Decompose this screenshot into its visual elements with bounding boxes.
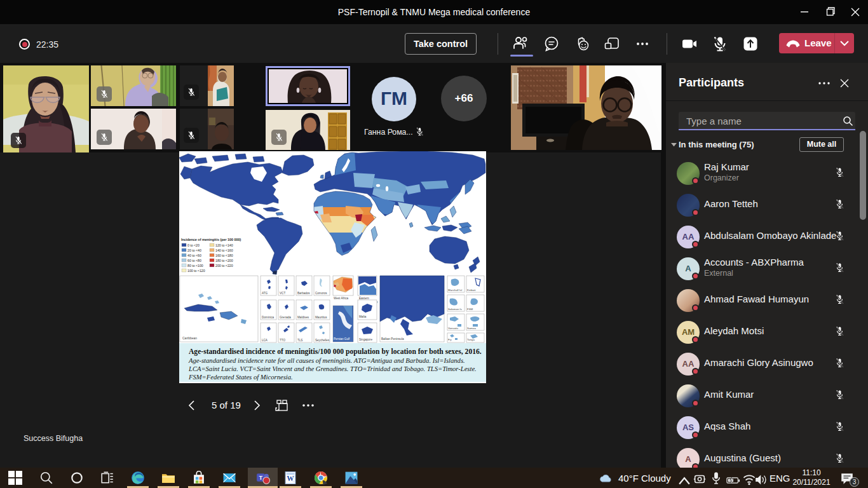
svg-text:200 to <220: 200 to <220 [215, 264, 233, 268]
svg-text:Tonga: Tonga [467, 338, 475, 341]
svg-text:Maldives: Maldives [297, 316, 309, 319]
svg-text:0 to <20: 0 to <20 [187, 243, 200, 247]
svg-text:Mauritius: Mauritius [315, 316, 327, 319]
svg-text:Solomon Is: Solomon Is [448, 308, 463, 311]
svg-text:160 to <180: 160 to <180 [215, 254, 233, 257]
svg-text:Caribbean: Caribbean [182, 336, 197, 340]
svg-text:Dominica: Dominica [262, 316, 275, 319]
svg-text:60 to <80: 60 to <80 [187, 259, 201, 262]
svg-text:40 to <60: 40 to <60 [187, 254, 201, 257]
svg-text:Kiribati: Kiribati [467, 288, 475, 292]
svg-text:140 to <160: 140 to <160 [215, 248, 233, 252]
svg-text:80 to <100: 80 to <100 [187, 264, 203, 268]
svg-text:VCT: VCT [280, 292, 285, 295]
svg-text:Fiji: Fiji [448, 338, 452, 341]
svg-text:ATG: ATG [262, 292, 268, 295]
svg-text:100 to <120: 100 to <120 [187, 269, 205, 273]
svg-text:LCA: LCA [262, 339, 268, 342]
svg-text:Seychelles: Seychelles [315, 339, 330, 342]
svg-text:TLS: TLS [297, 339, 302, 342]
svg-text:Vanuatu: Vanuatu [448, 327, 459, 330]
svg-text:T: T [259, 474, 262, 481]
svg-text:TTO: TTO [280, 339, 286, 342]
svg-text:Marshall Isl: Marshall Isl [448, 288, 462, 292]
svg-text:Barbados: Barbados [297, 292, 310, 295]
svg-text:Comoros: Comoros [315, 292, 327, 295]
svg-text:Grenada: Grenada [280, 316, 291, 319]
svg-text:20 to <40: 20 to <40 [187, 248, 201, 252]
svg-text:120 to <140: 120 to <140 [215, 243, 233, 247]
svg-text:Samoa: Samoa [467, 327, 476, 330]
svg-text:Persian Gulf: Persian Gulf [334, 337, 350, 341]
svg-text:Incidence of meningitis (per 1: Incidence of meningitis (per 100 000) [181, 238, 241, 241]
svg-text:FSM: FSM [467, 308, 473, 311]
svg-text:Eastern: Eastern [359, 297, 369, 300]
svg-text:Malta: Malta [359, 315, 367, 318]
svg-text:West Africa: West Africa [334, 297, 349, 300]
svg-text:180 to <200: 180 to <200 [215, 259, 233, 262]
svg-text:Balkan Peninsula: Balkan Peninsula [381, 337, 404, 341]
svg-text:Singapore: Singapore [359, 338, 372, 341]
